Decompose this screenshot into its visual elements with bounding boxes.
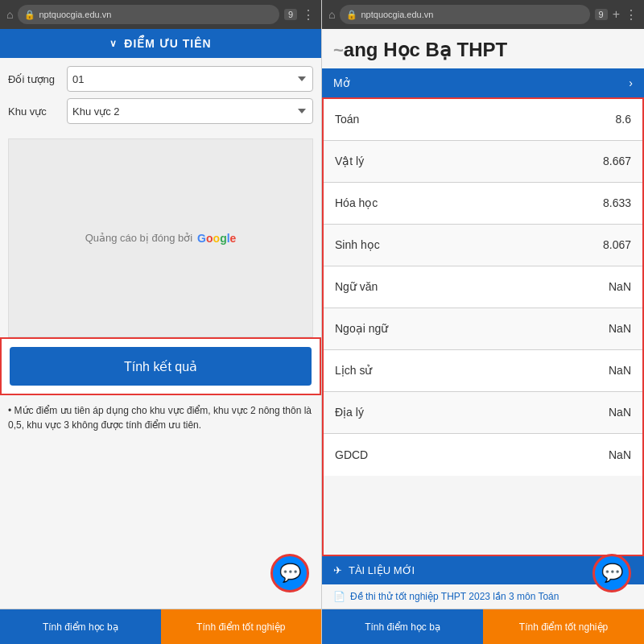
grade-row-gdcd: GDCD NaN [324,434,642,476]
page-title-area: ~ang Học Bạ THPT [322,29,644,68]
grade-row-ngoai-ngu: Ngoại ngữ NaN [324,308,642,350]
tab-tinh-diem-hoc-ba-left[interactable]: Tính điểm học bạ [0,609,161,644]
grade-row-sinh-hoc: Sinh học 8.067 [324,225,642,266]
doc-icon: 📄 [333,591,345,602]
tab-hoc-ba-label-right: Tính điểm học bạ [365,621,440,633]
grade-row-lich-su: Lịch sử NaN [324,350,642,392]
page-title: ~ang Học Bạ THPT [333,39,633,62]
tab-tot-nghiep-label-right: Tính điểm tốt nghiệp [519,621,608,633]
tab-count-badge: 9 [284,9,297,20]
grade-row-hoa-hoc: Hóa học 8.633 [324,183,642,225]
messenger-fab-right[interactable]: 💬 [592,554,631,592]
left-panel: ⌂ 🔒 nptquocgia.edu.vn 9 ⋮ ∨ ĐIỂM ƯU TIÊN… [0,0,322,644]
mo-bar[interactable]: Mở › [322,68,644,97]
home-icon-right[interactable]: ⌂ [328,8,335,21]
ad-block: Quảng cáo bị đóng bởi Google [8,138,313,337]
grades-table: Toán 8.6 Vật lý 8.667 Hóa học 8.633 Sinh… [322,97,644,556]
subject-ngoai-ngu: Ngoại ngữ [324,322,594,335]
messenger-fab-left[interactable]: 💬 [270,554,309,592]
menu-dots-icon-right[interactable]: ⋮ [625,7,638,23]
value-vat-ly: 8.667 [592,155,642,167]
messenger-icon-right: 💬 [601,563,623,584]
lock-icon-right: 🔒 [346,10,357,20]
grade-row-dia-ly: Địa lý NaN [324,392,642,434]
doi-tuong-select[interactable]: 01 [67,66,313,92]
grade-row-toan: Toán 8.6 [324,99,642,141]
subject-lich-su: Lịch sử [324,364,594,377]
value-lich-su: NaN [594,364,642,377]
khu-vuc-row: Khu vực Khu vực 2 [8,98,313,124]
lock-icon: 🔒 [24,10,35,20]
section-header-label: ĐIỂM ƯU TIÊN [124,37,211,50]
form-area: Đối tượng 01 Khu vực Khu vực 2 [0,58,321,138]
left-url: nptquocgia.edu.vn [39,10,111,19]
khu-vuc-select[interactable]: Khu vực 2 [67,98,313,124]
chevron-down-icon: ∨ [109,38,118,49]
diem-uu-tien-header[interactable]: ∨ ĐIỂM ƯU TIÊN [0,29,321,58]
left-bottom-tabs: Tính điểm học bạ Tính điểm tốt nghiệp [0,609,321,644]
tab-count-badge-right: 9 [595,9,608,20]
right-url: nptquocgia.edu.vn [361,10,433,19]
value-ngu-van: NaN [594,280,642,293]
tab-tinh-diem-tot-nghiep-left[interactable]: Tính điểm tốt nghiệp [161,609,322,644]
right-browser-bar: ⌂ 🔒 nptquocgia.edu.vn 9 + ⋮ [322,0,644,29]
menu-dots-icon[interactable]: ⋮ [302,7,315,23]
tab-tot-nghiep-label-left: Tính điểm tốt nghiệp [196,621,285,633]
subject-toan: Toán [324,113,594,126]
value-dia-ly: NaN [594,406,642,419]
left-browser-bar: ⌂ 🔒 nptquocgia.edu.vn 9 ⋮ [0,0,321,29]
doi-tuong-row: Đối tượng 01 [8,66,313,92]
tab-hoc-ba-label-left: Tính điểm học bạ [43,621,118,633]
de-thi-text: Đề thi thử tốt nghiệp THPT 2023 lần 3 mô… [350,591,559,602]
de-thi-row[interactable]: 📄 Đề thi thử tốt nghiệp THPT 2023 lần 3 … [322,584,644,609]
note-content: • Mức điểm ưu tiên áp dụng cho khu vực đ… [8,405,312,431]
subject-dia-ly: Địa lý [324,406,594,419]
right-panel: ⌂ 🔒 nptquocgia.edu.vn 9 + ⋮ ~ang Học Bạ … [322,0,644,644]
value-gdcd: NaN [594,448,642,461]
add-tab-icon[interactable]: + [613,7,620,22]
subject-sinh-hoc: Sinh học [324,238,592,251]
calculate-button[interactable]: Tính kết quả [10,347,312,386]
value-hoa-hoc: 8.633 [592,196,642,209]
left-address-bar[interactable]: 🔒 nptquocgia.edu.vn [18,5,279,24]
doi-tuong-label: Đối tượng [8,73,60,85]
right-address-bar[interactable]: 🔒 nptquocgia.edu.vn [340,5,589,24]
send-icon: ✈ [333,564,342,576]
grade-row-ngu-van: Ngữ văn NaN [324,266,642,308]
google-logo: Google [197,232,236,245]
tab-tinh-diem-tot-nghiep-right[interactable]: Tính điểm tốt nghiệp [483,609,644,644]
subject-vat-ly: Vật lý [324,155,592,167]
calculate-btn-area: Tính kết quả [0,337,321,395]
messenger-icon-left: 💬 [279,563,301,584]
right-bottom-tabs: Tính điểm học bạ Tính điểm tốt nghiệp [322,609,644,644]
subject-hoa-hoc: Hóa học [324,196,592,209]
value-toan: 8.6 [594,113,642,126]
ad-text: Quảng cáo bị đóng bởi Google [85,232,237,245]
value-ngoai-ngu: NaN [594,322,642,335]
value-sinh-hoc: 8.067 [592,238,642,251]
grade-row-vat-ly: Vật lý 8.667 [324,141,642,183]
chevron-right-icon: › [629,76,633,89]
tab-tinh-diem-hoc-ba-right[interactable]: Tính điểm học bạ [322,609,483,644]
tai-lieu-label: TÀI LIỆU MỚI [349,564,415,576]
khu-vuc-label: Khu vực [8,105,60,118]
subject-ngu-van: Ngữ văn [324,280,594,293]
subject-gdcd: GDCD [324,448,594,461]
ad-label: Quảng cáo bị đóng bởi [85,232,192,244]
mo-label: Mở [333,76,350,89]
home-icon[interactable]: ⌂ [6,8,13,21]
